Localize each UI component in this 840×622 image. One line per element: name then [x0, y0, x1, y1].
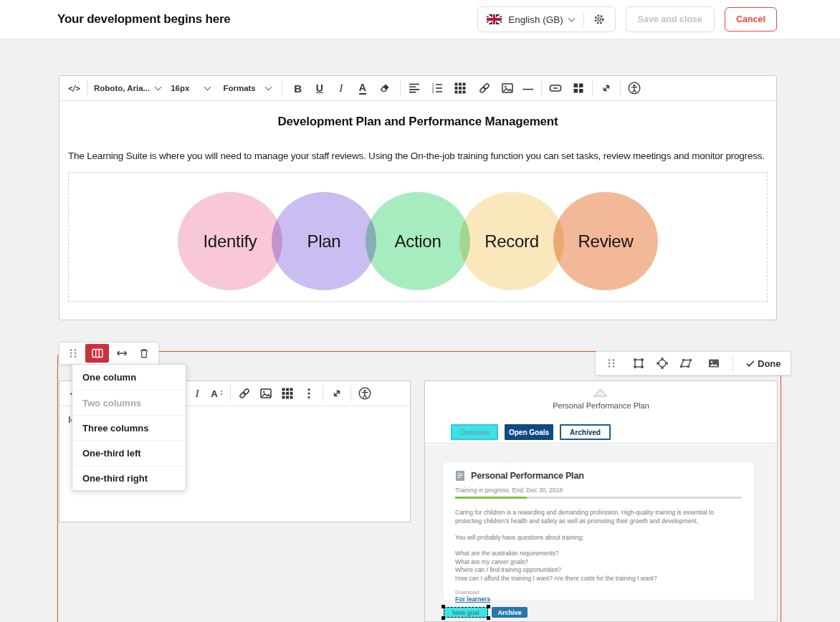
collapse-triangle-icon: [591, 388, 608, 398]
crop-icon[interactable]: [629, 354, 648, 373]
fullscreen-icon[interactable]: [328, 384, 346, 403]
blocks-icon[interactable]: [569, 79, 588, 97]
columns-layout-button[interactable]: [85, 344, 109, 363]
card-body-text: Caring for children is a rewarding and d…: [455, 508, 742, 525]
text-style-icon[interactable]: A: [209, 384, 226, 403]
tab-archived[interactable]: Archived: [560, 424, 611, 440]
divider: [323, 386, 323, 401]
save-and-close-button[interactable]: Save and close: [626, 6, 715, 32]
circle-record: Record: [459, 192, 564, 290]
selection-handle[interactable]: [442, 605, 445, 608]
circle-review: Review: [553, 192, 658, 290]
language-selector[interactable]: English (GB): [477, 6, 616, 32]
source-code-icon[interactable]: </>: [65, 79, 82, 97]
italic-icon[interactable]: I: [188, 384, 206, 403]
divider: [350, 386, 351, 401]
preview-footer-buttons: New goal Archive: [444, 607, 528, 618]
font-size-select[interactable]: 16px: [168, 79, 214, 97]
chevron-down-icon: [264, 84, 272, 91]
menu-item-one-third-right[interactable]: One-third right: [72, 465, 186, 490]
align-left-icon[interactable]: [405, 79, 424, 97]
link-icon[interactable]: [475, 79, 494, 97]
divider: [620, 80, 621, 96]
progress-fill: [455, 497, 527, 499]
underline-icon[interactable]: U: [311, 79, 328, 97]
image-icon[interactable]: [498, 79, 517, 97]
selection-handle[interactable]: [487, 605, 490, 608]
divider: [732, 355, 733, 371]
new-goal-button[interactable]: New goal: [444, 607, 488, 618]
skew-transform-icon[interactable]: [677, 354, 695, 373]
selection-handle[interactable]: [487, 616, 490, 620]
divider: [541, 80, 542, 96]
divider: [87, 80, 87, 96]
drag-handle-icon[interactable]: [65, 344, 82, 363]
text-color-icon[interactable]: A: [354, 79, 371, 97]
process-circles-image: Identify Plan Action Record Review: [69, 192, 767, 290]
circle-plan: Plan: [272, 192, 376, 290]
layout-dropdown-menu: One column Two columns Three columns One…: [72, 364, 186, 491]
image-icon[interactable]: [257, 384, 275, 403]
accessibility-icon[interactable]: [355, 384, 374, 403]
divider: [230, 386, 231, 401]
ordered-list-icon[interactable]: 123: [428, 79, 447, 97]
uk-flag-icon: [487, 14, 502, 24]
for-learners-link[interactable]: For learners: [455, 595, 742, 603]
trash-icon[interactable]: [135, 344, 153, 363]
language-label: English (GB): [508, 14, 563, 25]
bold-icon[interactable]: B: [290, 79, 307, 97]
header-actions: English (GB) Save and close Cancel: [477, 6, 777, 32]
embedded-image-block[interactable]: Identify Plan Action Record Review: [68, 172, 768, 302]
table-grid-icon[interactable]: [278, 384, 297, 403]
card-questions: What are the australian requirements? Wh…: [455, 550, 742, 583]
progress-bar: [455, 497, 742, 499]
horizontal-rule-icon[interactable]: —: [520, 79, 537, 97]
app-header: Your development begins here English (GB…: [0, 0, 840, 39]
main-editor-content[interactable]: Development Plan and Performance Managem…: [59, 115, 776, 161]
preview-tabs: Overview Open Goals Archived: [451, 424, 611, 440]
card-title: Personal Performance Plan: [471, 471, 584, 481]
tab-overview[interactable]: Overview: [451, 424, 498, 440]
selection-handle[interactable]: [442, 616, 445, 620]
divider: [592, 80, 593, 96]
more-options-icon[interactable]: [300, 384, 318, 403]
fullscreen-icon[interactable]: [597, 79, 616, 97]
card-questions-intro: You will probably have questions about t…: [455, 534, 742, 541]
cancel-button[interactable]: Cancel: [725, 7, 777, 32]
resize-horizontal-icon[interactable]: [113, 344, 131, 363]
circle-crop-icon[interactable]: [653, 354, 672, 373]
divider: [583, 12, 584, 27]
image-preview-block[interactable]: Personal Performance Plan Overview Open …: [424, 381, 778, 622]
formats-select[interactable]: Formats: [221, 79, 274, 97]
menu-item-three-columns[interactable]: Three columns: [72, 415, 186, 440]
link-icon[interactable]: [235, 384, 254, 403]
clear-formatting-icon[interactable]: [376, 79, 394, 97]
download-label: Download: [455, 589, 742, 595]
svg-text:3: 3: [431, 90, 434, 94]
table-grid-icon[interactable]: [451, 79, 469, 97]
font-family-select[interactable]: Roboto, Aria...: [92, 79, 164, 97]
done-button[interactable]: Done: [743, 354, 783, 373]
archive-button[interactable]: Archive: [492, 607, 528, 618]
accessibility-icon[interactable]: [625, 79, 644, 97]
replace-image-icon[interactable]: [705, 354, 723, 373]
chevron-down-icon: [568, 15, 575, 22]
image-edit-toolbar: Done: [595, 351, 791, 375]
page-title: Your development begins here: [57, 12, 231, 27]
drag-handle-icon[interactable]: [603, 354, 620, 373]
gear-icon[interactable]: [592, 12, 606, 27]
content-heading: Development Plan and Performance Managem…: [59, 115, 776, 129]
menu-item-one-column[interactable]: One column: [72, 365, 186, 390]
button-element-icon[interactable]: [546, 79, 565, 97]
tab-open-goals[interactable]: Open Goals: [505, 424, 553, 440]
content-paragraph: The Learning Suite is where you will nee…: [68, 150, 768, 161]
preview-body: Personal Performance Plan Training in pr…: [425, 444, 777, 621]
italic-icon[interactable]: I: [333, 79, 350, 97]
performance-plan-card: Personal Performance Plan Training in pr…: [444, 463, 753, 600]
menu-item-one-third-left[interactable]: One-third left: [72, 440, 186, 465]
card-status: Training in progress. End: Dec 30, 2018: [455, 487, 742, 494]
menu-item-two-columns[interactable]: Two columns: [72, 390, 186, 415]
main-editor: </> Roboto, Aria... 16px Formats B U I A…: [59, 75, 777, 320]
main-editor-toolbar: </> Roboto, Aria... 16px Formats B U I A…: [59, 76, 776, 101]
preview-title: Personal Performance Plan: [425, 401, 777, 410]
